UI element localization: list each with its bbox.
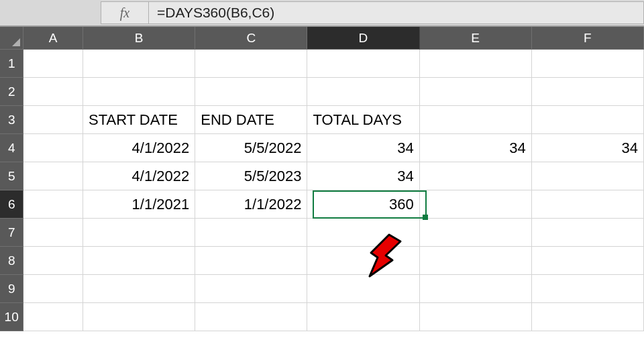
- row-5: 54/1/20225/5/202334: [0, 162, 644, 190]
- row-1: 1: [0, 50, 644, 78]
- cell-C8[interactable]: [195, 247, 307, 275]
- cell-D9[interactable]: [307, 275, 419, 303]
- row-3: 3START DATEEND DATETOTAL DAYS: [0, 106, 644, 134]
- cell-D5[interactable]: 34: [307, 162, 419, 190]
- cell-A5[interactable]: [23, 162, 83, 190]
- cell-E2[interactable]: [420, 78, 532, 106]
- cell-B7[interactable]: [83, 219, 195, 247]
- row-header-8[interactable]: 8: [0, 247, 23, 275]
- cell-F9[interactable]: [532, 275, 644, 303]
- cell-F4[interactable]: 34: [532, 134, 644, 162]
- cell-C2[interactable]: [195, 78, 307, 106]
- cell-D3[interactable]: TOTAL DAYS: [307, 106, 419, 134]
- cell-C9[interactable]: [195, 275, 307, 303]
- row-4: 44/1/20225/5/2022343434: [0, 134, 644, 162]
- cell-F2[interactable]: [532, 78, 644, 106]
- cell-E4[interactable]: 34: [420, 134, 532, 162]
- cell-F7[interactable]: [532, 219, 644, 247]
- formula-input[interactable]: =DAYS360(B6,C6): [149, 1, 644, 24]
- cell-E7[interactable]: [420, 219, 532, 247]
- cell-B3[interactable]: START DATE: [83, 106, 195, 134]
- cell-E10[interactable]: [420, 303, 532, 331]
- cell-C6[interactable]: 1/1/2022: [195, 190, 307, 219]
- cell-A4[interactable]: [23, 134, 83, 162]
- cell-C5[interactable]: 5/5/2023: [195, 162, 307, 190]
- cell-A7[interactable]: [23, 219, 83, 247]
- spreadsheet-grid: ABCDEF 123START DATEEND DATETOTAL DAYS44…: [0, 27, 644, 331]
- cell-D6[interactable]: 360: [307, 190, 419, 219]
- column-header-D[interactable]: D: [307, 27, 419, 50]
- row-header-5[interactable]: 5: [0, 162, 23, 190]
- row-6: 61/1/20211/1/2022360: [0, 190, 644, 219]
- row-7: 7: [0, 219, 644, 247]
- cell-D7[interactable]: [307, 219, 419, 247]
- cell-F10[interactable]: [532, 303, 644, 331]
- cell-E9[interactable]: [420, 275, 532, 303]
- column-header-F[interactable]: F: [532, 27, 644, 50]
- column-header-E[interactable]: E: [420, 27, 532, 50]
- row-header-2[interactable]: 2: [0, 78, 23, 106]
- row-header-1[interactable]: 1: [0, 50, 23, 78]
- cell-B6[interactable]: 1/1/2021: [83, 190, 195, 219]
- fx-label[interactable]: fx: [101, 1, 149, 24]
- cell-F5[interactable]: [532, 162, 644, 190]
- cell-E5[interactable]: [420, 162, 532, 190]
- row-header-7[interactable]: 7: [0, 219, 23, 247]
- cell-B9[interactable]: [83, 275, 195, 303]
- cell-D4[interactable]: 34: [307, 134, 419, 162]
- column-header-C[interactable]: C: [195, 27, 307, 50]
- cell-B2[interactable]: [83, 78, 195, 106]
- cell-B5[interactable]: 4/1/2022: [83, 162, 195, 190]
- cell-B8[interactable]: [83, 247, 195, 275]
- cell-D10[interactable]: [307, 303, 419, 331]
- cell-A9[interactable]: [23, 275, 83, 303]
- cell-B10[interactable]: [83, 303, 195, 331]
- row-header-9[interactable]: 9: [0, 275, 23, 303]
- column-header-B[interactable]: B: [83, 27, 195, 50]
- cell-F8[interactable]: [532, 247, 644, 275]
- row-header-10[interactable]: 10: [0, 303, 23, 331]
- row-header-3[interactable]: 3: [0, 106, 23, 134]
- cell-B4[interactable]: 4/1/2022: [83, 134, 195, 162]
- cell-A3[interactable]: [23, 106, 83, 134]
- cell-C4[interactable]: 5/5/2022: [195, 134, 307, 162]
- row-10: 10: [0, 303, 644, 331]
- column-headers: ABCDEF: [0, 27, 644, 50]
- column-header-A[interactable]: A: [23, 27, 83, 50]
- cell-F1[interactable]: [532, 50, 644, 78]
- cell-E6[interactable]: [420, 190, 532, 219]
- cell-E3[interactable]: [420, 106, 532, 134]
- row-8: 8: [0, 247, 644, 275]
- cell-C7[interactable]: [195, 219, 307, 247]
- cell-E8[interactable]: [420, 247, 532, 275]
- cell-C3[interactable]: END DATE: [195, 106, 307, 134]
- cell-A2[interactable]: [23, 78, 83, 106]
- formula-bar: fx =DAYS360(B6,C6): [0, 0, 644, 27]
- cell-C1[interactable]: [195, 50, 307, 78]
- cell-A1[interactable]: [23, 50, 83, 78]
- cell-B1[interactable]: [83, 50, 195, 78]
- row-9: 9: [0, 275, 644, 303]
- row-header-6[interactable]: 6: [0, 190, 23, 219]
- cell-E1[interactable]: [420, 50, 532, 78]
- cell-D8[interactable]: [307, 247, 419, 275]
- cell-A8[interactable]: [23, 247, 83, 275]
- cell-A6[interactable]: [23, 190, 83, 219]
- cell-F6[interactable]: [532, 190, 644, 219]
- cell-D2[interactable]: [307, 78, 419, 106]
- select-all-corner[interactable]: [0, 27, 23, 50]
- cell-C10[interactable]: [195, 303, 307, 331]
- cell-D1[interactable]: [307, 50, 419, 78]
- row-2: 2: [0, 78, 644, 106]
- cell-F3[interactable]: [532, 106, 644, 134]
- cell-A10[interactable]: [23, 303, 83, 331]
- row-header-4[interactable]: 4: [0, 134, 23, 162]
